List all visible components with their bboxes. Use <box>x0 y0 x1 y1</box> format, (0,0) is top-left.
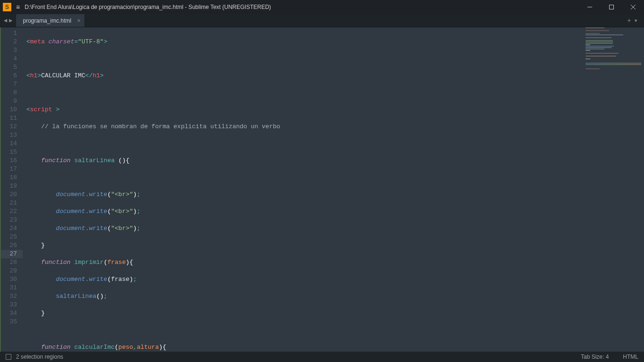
svg-rect-1 <box>610 5 614 9</box>
nav-back-icon[interactable]: ◀ <box>3 17 8 24</box>
title-bar: S ≡ D:\Front End Alura\Logica de program… <box>0 0 644 14</box>
tab-active[interactable]: programa_imc.html × <box>16 14 85 27</box>
window-title: D:\Front End Alura\Logica de programacio… <box>25 4 579 10</box>
history-nav: ◀ ▶ <box>0 14 16 27</box>
code-view[interactable]: <meta charset="UTF-8"> <h1>CALCULAR IMC<… <box>23 27 644 352</box>
app-logo: S <box>3 3 11 11</box>
close-button[interactable] <box>622 0 644 14</box>
tab-bar: ◀ ▶ programa_imc.html × + ▾ <box>0 14 644 27</box>
line-gutter: 12345 678910 1112131415 1617181920 21222… <box>1 27 23 352</box>
menu-icon[interactable]: ≡ <box>16 3 20 11</box>
status-panel-icon[interactable] <box>6 354 11 360</box>
minimize-button[interactable] <box>579 0 601 14</box>
new-tab-icon[interactable]: + <box>626 17 632 25</box>
tab-label: programa_imc.html <box>23 17 71 24</box>
maximize-button[interactable] <box>601 0 622 14</box>
tab-close-icon[interactable]: × <box>77 17 81 24</box>
status-selection: 2 selection regions <box>16 354 63 360</box>
nav-forward-icon[interactable]: ▶ <box>8 17 13 24</box>
status-tabsize[interactable]: Tab Size: 4 <box>581 354 609 360</box>
tab-menu-icon[interactable]: ▾ <box>633 16 639 25</box>
status-bar: 2 selection regions Tab Size: 4 HTML <box>0 352 644 362</box>
minimap[interactable] <box>586 27 642 70</box>
window-controls <box>579 0 644 14</box>
editor-area: 12345 678910 1112131415 1617181920 21222… <box>0 27 644 352</box>
status-syntax[interactable]: HTML <box>623 354 638 360</box>
